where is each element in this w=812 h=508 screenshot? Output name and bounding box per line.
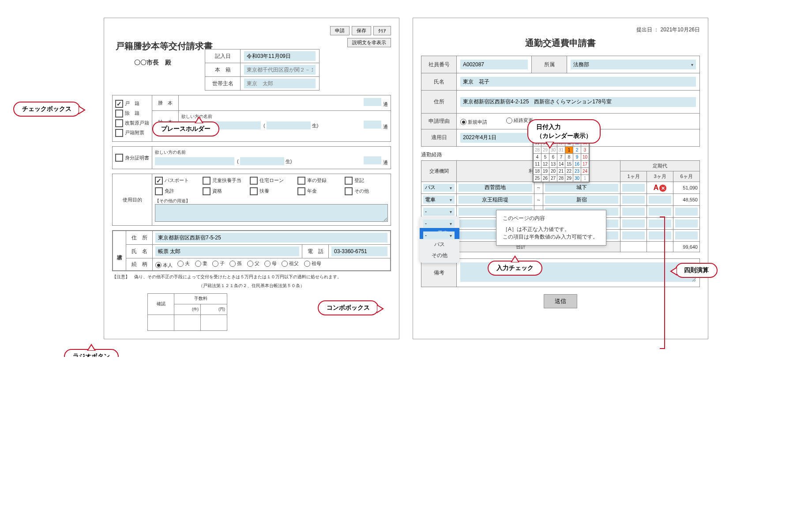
radio-new[interactable]: 新規申請 <box>460 119 487 125</box>
dept-select[interactable] <box>571 60 696 69</box>
apply-date-input[interactable] <box>460 133 531 143</box>
validation-tooltip: このページの内容 ［A］は不正な入力値です。 この項目は半角数値のみ入力可能です… <box>496 210 606 246</box>
trans-select-1[interactable] <box>423 184 455 192</box>
checkbox-fuhyo[interactable] <box>115 129 123 137</box>
radio-husband[interactable]: 夫 <box>177 260 190 267</box>
m1-input-1[interactable] <box>622 184 645 192</box>
emp-addr-input[interactable] <box>460 97 696 107</box>
callout-valid: 入力チェック <box>488 261 542 276</box>
radio-wife[interactable]: 妻 <box>195 260 207 267</box>
checkbox-id[interactable] <box>115 154 123 162</box>
checkbox-koseki[interactable] <box>115 100 123 108</box>
bracket-icon <box>660 216 665 349</box>
checkbox-other[interactable] <box>345 187 353 195</box>
callout-placeholder: プレースホルダー <box>152 121 219 136</box>
callout-radio: ラジオボタン <box>64 349 119 357</box>
radio-grand[interactable]: 孫 <box>229 260 242 267</box>
checkbox-passport[interactable] <box>155 177 163 185</box>
from-input-1[interactable] <box>459 184 532 192</box>
checkbox-touki[interactable] <box>345 177 353 185</box>
error-value: A <box>654 184 659 192</box>
form-title: 戸籍謄抄本等交付請求書 <box>112 40 213 52</box>
submit-button[interactable]: 送信 <box>544 294 577 308</box>
callout-date: 日付入力 （カレンダー表示） <box>527 119 601 144</box>
other-purpose-input[interactable] <box>155 204 388 222</box>
from-input-2[interactable] <box>459 196 532 204</box>
applicant-name-input[interactable] <box>155 246 299 256</box>
caution-text: 【注意】 偽り、その他不正の手段によって交付を受けたときは５万円または１０万円以… <box>112 274 391 280</box>
id-count[interactable] <box>364 156 381 164</box>
label: 世帯主名 <box>205 77 241 91</box>
checkbox-loan[interactable] <box>250 177 258 185</box>
callout-calc: 四則演算 <box>675 263 718 278</box>
total-6m: 99,640 <box>673 242 700 252</box>
entry-date-input[interactable] <box>244 51 316 61</box>
to-input-1[interactable] <box>545 184 619 192</box>
checkbox-joseki[interactable] <box>115 110 123 118</box>
id-name-input[interactable] <box>155 157 234 165</box>
tohon-count[interactable] <box>364 98 381 106</box>
householder-input[interactable] <box>244 79 316 88</box>
form-title: 通勤交通費申請書 <box>421 37 700 49</box>
hide-desc-button[interactable]: 説明文を非表示 <box>347 38 391 47</box>
checkbox-fuyo[interactable] <box>250 187 258 195</box>
radio-father[interactable]: 父 <box>247 260 259 267</box>
left-form: 申請 保存 ｸﾘｱ 戸籍謄抄本等交付請求書 〇〇市長 殿 説明文を非表示 記入日… <box>104 18 399 339</box>
applicant-tel-input[interactable] <box>331 246 387 256</box>
save-button[interactable]: 保存 <box>352 26 371 35</box>
shohon-birth-input[interactable] <box>267 121 311 129</box>
m6-value-1: 51,090 <box>673 182 700 194</box>
label: 記入日 <box>205 49 241 63</box>
label: 本 籍 <box>205 63 241 77</box>
radio-child[interactable]: 子 <box>212 260 225 267</box>
radio-gfather[interactable]: 祖父 <box>282 260 299 267</box>
radio-mother[interactable]: 母 <box>264 260 277 267</box>
radio-gmother[interactable]: 祖母 <box>304 260 321 267</box>
to-input-2[interactable] <box>545 196 619 204</box>
checkbox-child[interactable] <box>203 177 211 185</box>
callout-checkbox: チェックボックス <box>13 102 80 117</box>
applicant-address-input[interactable] <box>155 233 387 243</box>
honseki-input[interactable] <box>244 65 316 75</box>
emp-name-input[interactable] <box>460 77 696 87</box>
callout-combo: コンボボックス <box>318 300 379 315</box>
checkbox-license[interactable] <box>155 187 163 195</box>
checkbox-shikaku[interactable] <box>203 187 211 195</box>
trans-select-2[interactable] <box>423 196 455 204</box>
emp-id-input[interactable] <box>460 60 528 69</box>
checkbox-kaisei[interactable] <box>115 119 123 127</box>
clear-button[interactable]: ｸﾘｱ <box>373 26 391 35</box>
trans-select-3[interactable] <box>423 208 455 216</box>
checkbox-nenkin[interactable] <box>297 187 305 195</box>
mayor-label: 〇〇市長 殿 <box>134 59 200 67</box>
apply-button[interactable]: 申請 <box>330 26 350 35</box>
radio-self[interactable]: 本人 <box>155 262 173 269</box>
error-icon: ✕ <box>659 185 666 192</box>
shohon-count[interactable] <box>364 121 381 129</box>
id-birth-input[interactable] <box>240 157 284 165</box>
checkbox-car[interactable] <box>297 177 305 185</box>
